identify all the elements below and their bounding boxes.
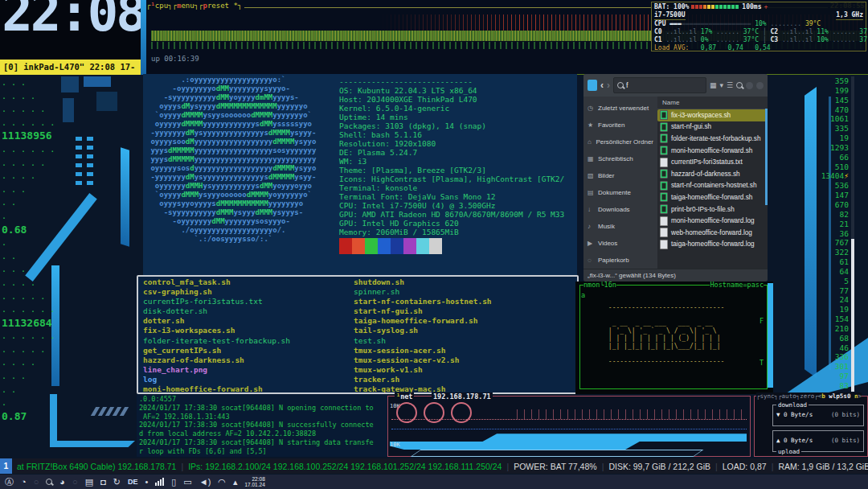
- sidebar-item-dokumente[interactable]: ▤Dokumente: [583, 184, 657, 201]
- search-input[interactable]: f: [613, 77, 706, 93]
- power-manager-icon[interactable]: ◔: [21, 475, 27, 489]
- updates-icon[interactable]: ↻: [113, 475, 121, 489]
- file-row[interactable]: print-br0-IPs-to-file.sh: [657, 203, 768, 216]
- keyboard-layout[interactable]: DE: [128, 475, 138, 489]
- count-value: 145: [815, 96, 849, 105]
- dotter-line: 11132684: [2, 317, 51, 331]
- tray-expand-icon[interactable]: ▴: [233, 475, 238, 489]
- volume-icon[interactable]: ◄): [199, 475, 211, 489]
- sidebar-item-bilder[interactable]: ▧Bilder: [583, 167, 657, 184]
- status-segment: DISK: 99,7 GiB / 212,2 GiB: [604, 462, 715, 471]
- dolphin-statusbar: „fix-i3-w...“ gewählt (134 Bytes): [583, 269, 768, 281]
- toolbar-search-icon[interactable]: [736, 82, 743, 88]
- hamburger-menu-icon[interactable]: ☰: [727, 81, 733, 89]
- search-icon[interactable]: [46, 479, 52, 485]
- count-value: 82: [815, 210, 849, 220]
- dotter-line: . . . . . .: [2, 117, 51, 130]
- sidebar-item-downloads[interactable]: ↓Downloads: [583, 201, 657, 218]
- count-value: 336: [815, 352, 849, 362]
- file-row[interactable]: currentIPs-fori3status.txt: [657, 156, 768, 168]
- sidebar-item-videos[interactable]: ▶Videos: [583, 235, 657, 252]
- scrollbar[interactable]: [851, 76, 854, 392]
- dotter-line: . . .: [2, 183, 51, 197]
- log-line: AF=2 192.168.1.31:443: [139, 413, 385, 421]
- neofetch-terminal[interactable]: .:oyyyyyyyyyyyyyyyyyyo:` -oyyyyyyyodMMyy…: [143, 74, 577, 277]
- tab-cpu[interactable]: cpu: [155, 2, 168, 10]
- file-row[interactable]: taiga-homeoffice-forward.sh: [657, 191, 768, 203]
- sensors-panel: BAT: 100% 100ms+ i7-7500U1,3 GHz CPU ▬▬▬…: [651, 2, 866, 51]
- sidebar-item-pers-nlicher-ordner[interactable]: ⌂Persönlicher Ordner: [583, 134, 657, 150]
- kubuntu-ascii-logo: .:oyyyyyyyyyyyyyyyyyyo:` -oyyyyyyyodMMyy…: [146, 76, 316, 244]
- status-segment: IPs: 192.168.2.100/24 192.168.100.252/24…: [183, 462, 506, 471]
- back-button[interactable]: ‹: [600, 80, 604, 91]
- column-header-name[interactable]: Name: [657, 97, 768, 109]
- file-row[interactable]: start-nf-gui.sh: [657, 121, 768, 134]
- tab-preset[interactable]: reset *: [207, 2, 238, 10]
- palette-swatch: [352, 238, 365, 254]
- dolphin-window[interactable]: ‹ › f ▦ ▾ ☰ ◷Zuletzt verwendet★Favoriten…: [583, 74, 768, 281]
- printer-icon[interactable]: ▤: [85, 475, 93, 489]
- backup-icon[interactable]: ◘: [100, 475, 106, 489]
- count-value: 66: [815, 153, 849, 162]
- chevron-down-icon[interactable]: ▾: [719, 81, 723, 89]
- inactive-slot-icon[interactable]: ○: [34, 475, 39, 489]
- toolbar-slot-icon: [756, 82, 764, 89]
- ls-column-right: shutdown.shspinner.shstart-nf-containers…: [354, 277, 564, 394]
- dotter-output: . . .. . . .. . . . .. . . . . .11138956…: [2, 76, 51, 423]
- signal-strength-icon[interactable]: [155, 478, 164, 486]
- ls-entry: tmux-session-acer-v2.sh: [354, 355, 564, 365]
- hud-net-swoosh: [390, 432, 747, 450]
- count-value: 199: [815, 86, 849, 96]
- dot-icon[interactable]: •: [145, 475, 148, 489]
- view-grid-icon[interactable]: ▦: [710, 81, 717, 89]
- file-row[interactable]: taiga-homeoffice-forward.log: [657, 239, 768, 251]
- count-value: 210: [815, 324, 849, 334]
- sidebar-item-papierkorb[interactable]: ◌Papierkorb: [583, 252, 657, 269]
- workspace-badge[interactable]: 1: [0, 458, 12, 474]
- ls-entry: folder-iterate-test-forbackup.sh: [143, 336, 354, 346]
- file-row[interactable]: start-nf-containers-hostnet.sh: [657, 180, 768, 192]
- sidebar-item-favoriten[interactable]: ★Favoriten: [583, 117, 657, 134]
- socat-log-terminal[interactable]: .0.0:45572024/01/17 17:38:30 socat[96440…: [137, 394, 387, 457]
- wifi-icon[interactable]: ◠: [218, 475, 226, 489]
- ls-entry: moni-homeoffice-forward.sh: [143, 384, 354, 394]
- dolphin-scrollbar[interactable]: [765, 109, 768, 205]
- count-value: 154: [815, 314, 849, 324]
- ls-entry: taiga-homeoffice-forward.sh: [354, 316, 564, 326]
- dotter-line: . . . .: [2, 356, 51, 370]
- forward-button[interactable]: ›: [607, 80, 610, 91]
- file-row[interactable]: hazzard-of-darkness.sh: [657, 168, 768, 180]
- display-icon[interactable]: ▭: [183, 475, 191, 489]
- ls-entry: tracker.sh: [354, 375, 564, 384]
- file-row[interactable]: moni-homeoffice-forward.sh: [657, 145, 768, 157]
- dotter-line: . . .: [2, 370, 51, 384]
- autokey-icon[interactable]: Ⓐ: [5, 475, 14, 489]
- dotter-line: . . . . . .: [2, 330, 51, 343]
- count-value: 19: [815, 134, 849, 143]
- hud-clock-bar: [141, 0, 146, 75]
- sidebar-item-schreibtisch[interactable]: ▦Schreibtisch: [583, 150, 657, 167]
- clipboard-icon[interactable]: ▯: [171, 475, 176, 489]
- ls-entry: csv-graphing.sh: [143, 287, 354, 297]
- count-value: 83: [815, 381, 849, 391]
- file-row[interactable]: fix-i3-workspaces.sh: [657, 109, 768, 121]
- count-value: 359: [815, 76, 849, 86]
- sidebar-item-zuletzt-verwendet[interactable]: ◷Zuletzt verwendet: [583, 100, 657, 117]
- tab-menu[interactable]: enu: [181, 2, 194, 10]
- count-value: 147: [815, 191, 849, 200]
- file-row[interactable]: moni-homeoffice-forward.log: [657, 215, 768, 227]
- file-row[interactable]: folder-iterate-test-forbackup.sh: [657, 133, 768, 145]
- browser-icon[interactable]: ◕: [59, 475, 65, 489]
- chip-label: i7-7500U: [654, 11, 686, 20]
- inactive-slot2-icon[interactable]: ○: [72, 475, 78, 489]
- ls-terminal-window[interactable]: control_mfa_task.shcsv-graphing.shcurren…: [137, 275, 579, 394]
- sidebar-item-musik[interactable]: ♪Musik: [583, 218, 657, 235]
- count-value: 536: [815, 181, 849, 191]
- file-row[interactable]: web-homeoffice-forward.log: [657, 227, 768, 239]
- nmon-terminal[interactable]: nmon└16n Hostname=pasc a F T -----------…: [575, 281, 773, 394]
- ls-entry: tmux-work-v1.sh: [354, 365, 564, 375]
- hud-left-bar2: [51, 265, 59, 386]
- uptime-label: up 00:16:39: [151, 55, 199, 63]
- dotter-line: 11138956: [2, 129, 51, 143]
- nmon-side-label: a: [581, 291, 585, 299]
